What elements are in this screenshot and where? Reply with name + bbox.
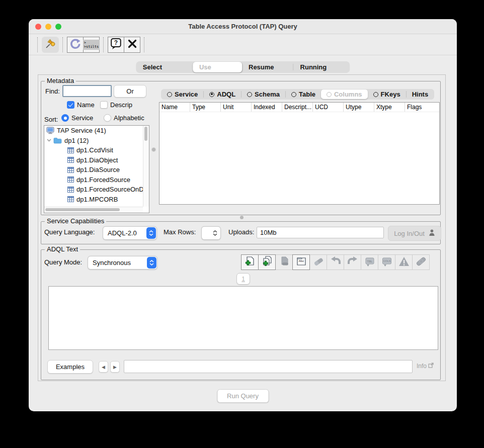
column-header[interactable]: Name	[159, 103, 190, 112]
column-header[interactable]: Utype	[344, 103, 374, 112]
history-back-button[interactable]: ◀	[99, 361, 108, 373]
tree-item-label: dp1.MPCORB	[76, 196, 118, 203]
sort-service-label: Service	[71, 114, 93, 122]
info-link[interactable]: Info	[417, 363, 434, 370]
add-tab-button[interactable]	[241, 254, 259, 270]
column-header[interactable]: Xtype	[374, 103, 405, 112]
adql-sheet-tab-1[interactable]: 1	[236, 273, 250, 285]
tap-query-window: Table Access Protocol (TAP) Query	[29, 19, 457, 411]
view-tab-hints[interactable]: Hints	[407, 89, 434, 100]
view-tab-table[interactable]: Table	[286, 89, 321, 100]
stilts-button[interactable]: >>stilts	[83, 37, 99, 52]
close-window-button[interactable]	[35, 24, 41, 30]
tree-item-table[interactable]: dp1.ForcedSource	[44, 175, 149, 185]
tree-horizontal-scrollbar	[44, 207, 143, 213]
tree-item-table[interactable]: dp1.ForcedSourceOnD	[44, 185, 149, 195]
remove-tab-button[interactable]	[275, 254, 293, 270]
name-checkbox[interactable]: Name	[67, 101, 95, 109]
copy-tab-button[interactable]	[258, 254, 276, 270]
uploads-field[interactable]	[257, 227, 384, 238]
rename-tab-button[interactable]: Abc	[292, 254, 310, 270]
fix-errors-button[interactable]	[412, 254, 430, 270]
table-icon	[67, 147, 74, 153]
scrollbar-thumb[interactable]	[144, 127, 147, 141]
example-description-field[interactable]	[124, 360, 413, 373]
zoom-window-button[interactable]	[55, 24, 61, 30]
column-header[interactable]: Descript...	[282, 103, 313, 112]
column-header[interactable]: Unit	[221, 103, 252, 112]
service-capabilities-legend: Service Capabilities	[45, 217, 106, 225]
pin-window-button[interactable]	[42, 37, 59, 53]
scrollbar-thumb[interactable]	[45, 208, 120, 211]
traffic-lights	[35, 24, 61, 30]
close-button[interactable]	[124, 37, 140, 52]
tree-item-table[interactable]: dp1.CcdVisit	[44, 145, 149, 155]
adql-text-panel: ADQL Text Query Mode: Synchronous	[41, 249, 441, 380]
parse-errors-button[interactable]	[395, 254, 413, 270]
view-tab-fkeys[interactable]: FKeys	[368, 89, 406, 100]
descrip-checkbox[interactable]: Descrip	[100, 101, 132, 109]
help-button[interactable]: ?	[108, 37, 124, 52]
sort-alphabetic-label: Alphabetic	[114, 114, 144, 122]
column-header[interactable]: UCD	[313, 103, 344, 112]
radio-unselected-icon	[247, 92, 252, 97]
sort-label: Sort:	[44, 116, 58, 123]
column-header[interactable]: Flags	[405, 103, 439, 112]
toolbar-group-service: >>stilts	[67, 37, 100, 53]
metadata-split-divider[interactable]	[149, 125, 156, 212]
max-rows-select[interactable]	[201, 226, 221, 240]
tab-use-service[interactable]: Use Service	[193, 62, 242, 72]
service-tabs: Select Service Use Service Resume Job Ru…	[136, 61, 350, 73]
radio-unselected-icon	[373, 92, 378, 97]
login-button[interactable]: Log In/Out	[388, 226, 441, 241]
query-language-select[interactable]: ADQL-2.0	[103, 226, 157, 240]
tree-item-label: dp1.DiaSource	[76, 166, 120, 173]
metadata-view-tabs: Service ADQL Schema Table	[161, 89, 434, 100]
max-rows-label: Max Rows:	[164, 228, 196, 236]
tree-item-table[interactable]: dp1.DiaObject	[44, 155, 149, 165]
sort-service-radio[interactable]: Service	[61, 114, 93, 122]
run-query-button[interactable]: Run Query	[217, 389, 269, 403]
undo-button[interactable]	[327, 254, 344, 270]
adql-query-textarea[interactable]	[48, 286, 438, 350]
adql-edit-toolbar: Abc	[241, 254, 430, 270]
insert-table-button[interactable]: TBL	[361, 254, 378, 270]
minimize-window-button[interactable]	[45, 24, 51, 30]
view-tab-schema[interactable]: Schema	[241, 89, 285, 100]
tree-item-table[interactable]: dp1.MPCORB	[44, 195, 149, 205]
name-checkbox-label: Name	[77, 101, 95, 109]
column-header[interactable]: Type	[190, 103, 221, 112]
reload-icon	[69, 38, 81, 52]
tree-item-label: dp1.DiaObject	[76, 156, 118, 164]
query-mode-select[interactable]: Synchronous	[88, 256, 157, 270]
insert-columns-button[interactable]: COLS	[378, 254, 395, 270]
tab-running-jobs[interactable]: Running Jobs	[294, 61, 350, 73]
view-tab-label: Service	[175, 91, 198, 98]
uploads-label: Uploads:	[228, 228, 254, 236]
examples-button[interactable]: Examples	[47, 360, 93, 374]
main-toolbar: >>stilts ?	[34, 36, 148, 54]
view-tab-adql[interactable]: ADQL	[204, 89, 241, 100]
or-button[interactable]: Or	[114, 85, 146, 98]
tab-select-service[interactable]: Select Service	[136, 61, 193, 73]
tab-resume-job[interactable]: Resume Job	[242, 61, 293, 73]
reload-button[interactable]	[67, 37, 83, 52]
redo-button[interactable]	[344, 254, 361, 270]
panel-split-divider[interactable]	[240, 216, 244, 219]
toolbar-group-help: ?	[108, 37, 140, 53]
radio-unselected-icon	[291, 92, 296, 97]
view-tab-service[interactable]: Service	[162, 89, 203, 100]
column-header[interactable]: Indexed	[252, 103, 282, 112]
sort-alphabetic-radio[interactable]: Alphabetic	[104, 114, 144, 122]
metadata-legend: Metadata	[45, 77, 76, 84]
remove-tab-icon	[278, 255, 290, 270]
find-input[interactable]	[62, 85, 112, 97]
view-tab-columns[interactable]: Columns	[321, 89, 368, 99]
tree-item-schema[interactable]: dp1 (12)	[44, 136, 149, 146]
tree-item-service[interactable]: TAP Service (41)	[44, 126, 149, 136]
clear-text-button[interactable]	[309, 254, 327, 270]
tree-item-table[interactable]: dp1.DiaSource	[44, 165, 149, 175]
svg-text:COLS: COLS	[383, 259, 390, 262]
history-forward-button[interactable]: ▶	[110, 361, 120, 373]
chevron-down-icon[interactable]	[47, 139, 51, 142]
